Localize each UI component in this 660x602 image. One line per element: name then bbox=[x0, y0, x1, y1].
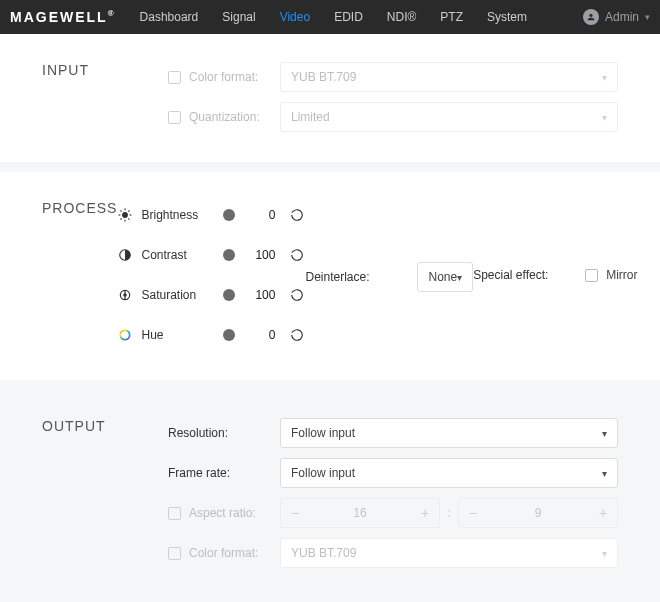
select-deinterlace[interactable]: None ▾ bbox=[417, 262, 473, 292]
aspect-height-value: 9 bbox=[487, 506, 589, 520]
checkbox-input-color-format[interactable] bbox=[168, 71, 181, 84]
plus-icon[interactable]: + bbox=[589, 505, 617, 521]
checkbox-aspect-ratio[interactable] bbox=[168, 507, 181, 520]
topbar: MAGEWELL® Dashboard Signal Video EDID ND… bbox=[0, 0, 660, 34]
section-input: INPUT Color format: YUB BT.709 ▾ Quantiz… bbox=[0, 34, 660, 162]
value-saturation: 100 bbox=[243, 288, 275, 302]
select-output-color-format[interactable]: YUB BT.709 ▾ bbox=[280, 538, 618, 568]
select-value: None bbox=[428, 270, 457, 284]
aspect-colon: : bbox=[440, 506, 458, 520]
select-value: YUB BT.709 bbox=[291, 70, 356, 84]
label-hue: Hue bbox=[141, 328, 163, 342]
tab-ptz[interactable]: PTZ bbox=[440, 10, 463, 24]
plus-icon[interactable]: + bbox=[411, 505, 439, 521]
svg-point-0 bbox=[123, 213, 128, 218]
user-menu[interactable]: Admin ▾ bbox=[583, 9, 650, 25]
label-saturation: Saturation bbox=[141, 288, 196, 302]
avatar-icon bbox=[583, 9, 599, 25]
label-input-color-format: Color format: bbox=[189, 70, 258, 84]
value-hue: 0 bbox=[243, 328, 275, 342]
section-output: OUTPUT Resolution: Follow input ▾ Frame … bbox=[0, 380, 660, 598]
select-value: Follow input bbox=[291, 466, 355, 480]
contrast-icon bbox=[117, 247, 133, 263]
svg-line-7 bbox=[121, 218, 122, 219]
chevron-down-icon: ▾ bbox=[602, 548, 607, 559]
label-brightness: Brightness bbox=[141, 208, 198, 222]
user-name: Admin bbox=[605, 10, 639, 24]
select-value: Follow input bbox=[291, 426, 355, 440]
chevron-down-icon: ▾ bbox=[457, 272, 462, 283]
reset-contrast[interactable] bbox=[289, 247, 305, 263]
section-process: PROCESS Brightness 0 bbox=[0, 162, 660, 380]
brightness-icon bbox=[117, 207, 133, 223]
label-deinterlace: Deinterlace: bbox=[305, 270, 369, 284]
reset-hue[interactable] bbox=[289, 327, 305, 343]
main-nav: Dashboard Signal Video EDID NDI® PTZ Sys… bbox=[140, 10, 583, 24]
section-title-input: INPUT bbox=[42, 62, 168, 132]
label-aspect-ratio: Aspect ratio: bbox=[189, 506, 256, 520]
chevron-down-icon: ▾ bbox=[602, 72, 607, 83]
checkbox-mirror[interactable] bbox=[585, 269, 598, 282]
checkbox-input-quantization[interactable] bbox=[168, 111, 181, 124]
tab-signal[interactable]: Signal bbox=[222, 10, 255, 24]
label-output-color-format: Color format: bbox=[189, 546, 258, 560]
checkbox-output-color-format[interactable] bbox=[168, 547, 181, 560]
label-mirror: Mirror bbox=[606, 268, 637, 282]
chevron-down-icon: ▾ bbox=[602, 468, 607, 479]
brand-logo: MAGEWELL® bbox=[10, 9, 116, 25]
hue-icon bbox=[117, 327, 133, 343]
label-contrast: Contrast bbox=[141, 248, 186, 262]
chevron-down-icon: ▾ bbox=[602, 112, 607, 123]
label-framerate: Frame rate: bbox=[168, 466, 230, 480]
minus-icon[interactable]: − bbox=[281, 505, 309, 521]
svg-line-4 bbox=[129, 218, 130, 219]
select-resolution[interactable]: Follow input ▾ bbox=[280, 418, 618, 448]
chevron-down-icon: ▾ bbox=[645, 12, 650, 22]
svg-line-8 bbox=[129, 210, 130, 211]
label-input-quantization: Quantization: bbox=[189, 110, 260, 124]
tab-dashboard[interactable]: Dashboard bbox=[140, 10, 199, 24]
svg-point-11 bbox=[124, 294, 126, 296]
stepper-aspect-width[interactable]: − 16 + bbox=[280, 498, 440, 528]
tab-video[interactable]: Video bbox=[280, 10, 310, 24]
value-brightness: 0 bbox=[243, 208, 275, 222]
minus-icon[interactable]: − bbox=[459, 505, 487, 521]
reset-brightness[interactable] bbox=[289, 207, 305, 223]
section-title-output: OUTPUT bbox=[42, 418, 168, 568]
section-title-process: PROCESS bbox=[42, 200, 117, 350]
tab-system[interactable]: System bbox=[487, 10, 527, 24]
select-input-quantization[interactable]: Limited ▾ bbox=[280, 102, 618, 132]
tab-ndi[interactable]: NDI® bbox=[387, 10, 417, 24]
svg-line-3 bbox=[121, 210, 122, 211]
chevron-down-icon: ▾ bbox=[602, 428, 607, 439]
aspect-width-value: 16 bbox=[309, 506, 411, 520]
label-resolution: Resolution: bbox=[168, 426, 228, 440]
select-value: Limited bbox=[291, 110, 330, 124]
saturation-icon bbox=[117, 287, 133, 303]
tab-edid[interactable]: EDID bbox=[334, 10, 363, 24]
page: INPUT Color format: YUB BT.709 ▾ Quantiz… bbox=[0, 34, 660, 380]
select-value: YUB BT.709 bbox=[291, 546, 356, 560]
label-special-effect: Special effect: bbox=[473, 268, 548, 282]
reset-saturation[interactable] bbox=[289, 287, 305, 303]
svg-point-12 bbox=[121, 330, 130, 339]
value-contrast: 100 bbox=[243, 248, 275, 262]
select-framerate[interactable]: Follow input ▾ bbox=[280, 458, 618, 488]
stepper-aspect-height[interactable]: − 9 + bbox=[458, 498, 618, 528]
select-input-color-format[interactable]: YUB BT.709 ▾ bbox=[280, 62, 618, 92]
